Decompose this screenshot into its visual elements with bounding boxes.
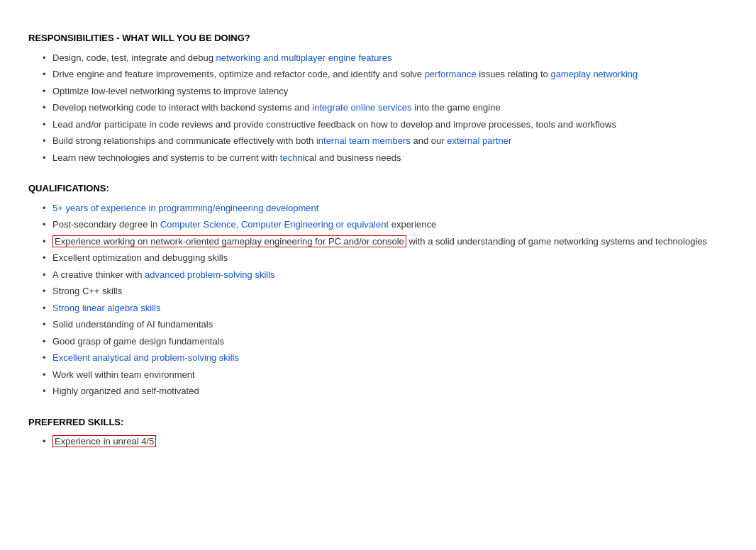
list-item: Work well within team environment <box>43 368 728 382</box>
link[interactable]: 5+ years of experience in programming/en… <box>52 203 318 213</box>
list-item: Highly organized and self-motivated <box>43 384 728 398</box>
link[interactable]: performance <box>425 69 477 79</box>
highlighted-text: Experience in unreal 4/5 <box>52 435 156 447</box>
list-item: Drive engine and feature improvements, o… <box>43 67 728 82</box>
list-item: Post-secondary degree in Computer Scienc… <box>43 218 728 232</box>
list-item: Excellent optimization and debugging ski… <box>43 251 728 265</box>
link[interactable]: internal team members <box>316 135 411 146</box>
link[interactable]: tech <box>280 152 298 163</box>
list-item: Experience in unreal 4/5 <box>43 434 728 449</box>
list-item: A creative thinker with advanced problem… <box>43 268 728 282</box>
list-item: Good grasp of game design fundamentals <box>43 335 728 349</box>
preferred-skills-list: Experience in unreal 4/5 <box>28 434 728 449</box>
list-item: Strong linear algebra skills <box>43 301 728 315</box>
qualifications-list: 5+ years of experience in programming/en… <box>28 201 728 398</box>
link[interactable]: Strong linear algebra skills <box>52 303 160 313</box>
link[interactable]: gameplay networking <box>550 69 638 79</box>
list-item: Optimize low-level networking systems to… <box>43 84 728 99</box>
link[interactable]: networking and multiplayer engine featur… <box>216 52 392 63</box>
responsibilities-heading: RESPONSIBILITIES - WHAT WILL YOU BE DOIN… <box>28 31 728 45</box>
list-item: Develop networking code to interact with… <box>43 101 728 115</box>
list-item: Learn new technologies and systems to be… <box>43 151 728 165</box>
list-item: Strong C++ skills <box>43 284 728 298</box>
link[interactable]: integrate online services <box>312 102 411 113</box>
list-item: Excellent analytical and problem-solving… <box>43 351 728 365</box>
link[interactable]: Excellent analytical and problem-solving… <box>52 352 239 363</box>
list-item: 5+ years of experience in programming/en… <box>43 201 728 215</box>
link[interactable]: external partner <box>447 135 511 146</box>
list-item: Design, code, test, integrate and debug … <box>43 51 728 65</box>
list-item: Experience working on network-oriented g… <box>43 235 728 249</box>
highlighted-text: Experience working on network-oriented g… <box>52 235 406 247</box>
list-item: Solid understanding of AI fundamentals <box>43 318 728 332</box>
list-item: Lead and/or participate in code reviews … <box>43 118 728 132</box>
list-item: Build strong relationships and communica… <box>43 134 728 148</box>
link[interactable]: advanced problem-solving skills <box>145 269 275 280</box>
responsibilities-section: RESPONSIBILITIES - WHAT WILL YOU BE DOIN… <box>28 31 728 164</box>
responsibilities-list: Design, code, test, integrate and debug … <box>28 51 728 165</box>
qualifications-heading: QUALIFICATIONS: <box>28 181 728 196</box>
preferred-skills-heading: PREFERRED SKILLS: <box>28 415 728 430</box>
preferred-skills-section: PREFERRED SKILLS: Experience in unreal 4… <box>28 415 728 449</box>
link[interactable]: Computer Science, Computer Engineering o… <box>160 219 389 230</box>
qualifications-section: QUALIFICATIONS: 5+ years of experience i… <box>28 181 728 398</box>
